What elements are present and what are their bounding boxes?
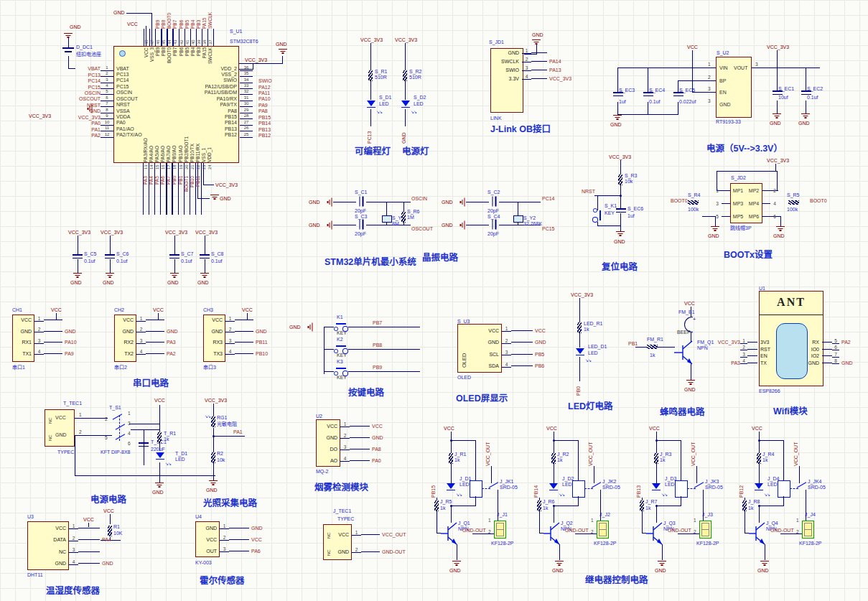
terminal-part: KF128-2P	[696, 541, 719, 546]
cap-value: 0.022uf	[679, 99, 696, 105]
light-arrows-icon: ↘↘	[205, 414, 210, 419]
pin-number: 2	[34, 327, 44, 332]
net-label: PA0	[370, 458, 381, 463]
pin-row: GND 8 GND	[801, 360, 853, 367]
cap-value: 20pF	[355, 208, 366, 214]
relay-ref: J_JK4	[808, 479, 821, 485]
led-label: LED	[414, 101, 424, 107]
net-label: PB10	[190, 176, 195, 199]
pin-name: PB6	[179, 47, 185, 75]
res-ref: RG1	[217, 415, 227, 421]
conn-rows: VCC 1 GND 2 GND RX1 3 PA10 TX1 4 PA9	[12, 315, 77, 359]
capacitor-icon	[359, 197, 364, 207]
power-label: VCC_3V3	[101, 230, 123, 236]
relay-gang-line	[584, 488, 593, 489]
terminal-ref: J_J3	[702, 512, 713, 518]
conn-ref: U2	[316, 414, 322, 419]
gnd-icon	[776, 226, 785, 233]
net-label: PB12	[739, 479, 745, 498]
net-label: VCC_OUT	[691, 439, 696, 466]
junction	[620, 195, 622, 197]
power-label: GND	[798, 121, 810, 126]
pin-number: 3	[225, 338, 235, 344]
pin-name: MP5	[730, 214, 746, 219]
terminal-ref: J_J2	[599, 512, 610, 518]
gnd-icon	[170, 273, 179, 279]
key-ref: S_K1	[605, 203, 617, 209]
serial-port-1: CH1 VCC VCC 1 GND 2 GND RX1 3 PA10 TX1	[12, 307, 109, 376]
switch-pole-icon	[592, 482, 602, 488]
power-label: VCC_3V3	[215, 182, 238, 188]
pin-name: PC13	[116, 72, 142, 78]
pin-number: 2	[708, 75, 711, 80]
net-label: PC15	[62, 85, 101, 90]
pin-number: 1	[352, 530, 361, 536]
key-icon	[334, 345, 348, 353]
pin-row: NC 3	[27, 546, 113, 558]
pin-name: RST	[757, 347, 779, 352]
emit-arrows-icon: ↘↘	[456, 492, 462, 497]
res-value: 100k	[787, 207, 798, 213]
pin-number: 4	[128, 431, 131, 437]
pin-row: GND 1 GND	[195, 522, 263, 534]
net-label: VCC	[370, 424, 383, 429]
pin-number: 4	[770, 201, 779, 206]
mcu-left-names: VBATPC13PC14PC15OSCINOSCOUTNRSTVSSAVDDAP…	[116, 66, 142, 139]
switch-part: KFT DIP-8X8	[101, 449, 131, 455]
block-title: 可编程灯	[355, 144, 391, 157]
resistor-icon	[757, 453, 761, 464]
pin-number: 35	[240, 71, 253, 77]
block-decoupling: VCC_3V3 S_C5 0.1uf GND VCC_3V3 S_C6 0.1u…	[68, 230, 233, 291]
capacitor-icon	[616, 208, 626, 213]
net-label: PA4	[149, 176, 154, 199]
net-label: OSCOUT	[62, 96, 101, 101]
pin-name: PB1/AO	[178, 136, 184, 162]
pin-number: 9	[101, 113, 113, 119]
mcu-right-names: VDD_2VSS_2SWIOPA12/USB/DPPA11/USB/DMPA10…	[146, 66, 237, 139]
key-row: K3 KEY PB9	[324, 363, 439, 385]
pin-row: SWIO 3 PA13	[490, 65, 571, 74]
net-label: VCC_OUT	[793, 439, 799, 466]
resistor-icon	[403, 70, 407, 81]
pin-name: GND	[55, 432, 67, 438]
pin-number: 1	[101, 65, 113, 71]
cap-value: 0.1uf	[211, 258, 223, 264]
capacitor-icon	[73, 254, 83, 259]
pin-number: 3	[69, 547, 78, 553]
power-label: VCC_3V3	[767, 158, 789, 164]
resistor-icon	[449, 453, 453, 464]
pin-name: VCC	[114, 317, 136, 322]
block-led-circuit: VCC_3V3 LED_R1 1k LED_D1 LED ↘↘ PB0 LED灯…	[569, 289, 634, 411]
pin-number: 2	[220, 535, 229, 541]
power-label: VCC_3V3	[245, 57, 267, 63]
pin-name: DO	[316, 447, 340, 452]
pin-name: VCC	[203, 317, 225, 322]
net-label: PB5	[533, 352, 544, 357]
pin-row: TX2 4 PA2	[114, 348, 178, 360]
net-label: VCC_3V3	[711, 340, 740, 345]
cap-ref: S_EC2	[807, 86, 823, 92]
pin-number: 12	[101, 132, 113, 138]
junction	[450, 439, 452, 442]
junction	[553, 439, 555, 442]
conn-ref: U3	[27, 514, 34, 520]
pin-name: MP2	[746, 188, 762, 193]
net-label: PA2	[164, 351, 176, 356]
gnd-icon	[200, 273, 209, 279]
resistor-icon	[647, 345, 658, 349]
emit-arrows-icon: ↘↘	[376, 109, 382, 114]
pin-number: 37	[207, 37, 213, 45]
power-label: GND	[610, 122, 622, 128]
pin-name: TX	[757, 360, 779, 365]
pin-name: PB11/RX	[195, 136, 201, 162]
res-value: 10k	[217, 457, 225, 463]
block-wifi: U1 ANT VCC_3V3 1 3V3 2 RST 3 EN PA3 4 TX	[757, 286, 868, 415]
net-label: SWCLK	[207, 3, 213, 29]
pin-row: RX 5 PA2	[801, 339, 853, 346]
wifi-left-rows: VCC_3V3 1 3V3 2 RST 3 EN PA3 4 TX	[711, 339, 779, 366]
power-label: GND	[113, 10, 125, 16]
power-label: VCC_3V3	[609, 154, 631, 160]
pin-name: PB7	[172, 47, 178, 75]
pin-number: 6	[770, 214, 779, 219]
led-label: LED	[767, 482, 778, 488]
